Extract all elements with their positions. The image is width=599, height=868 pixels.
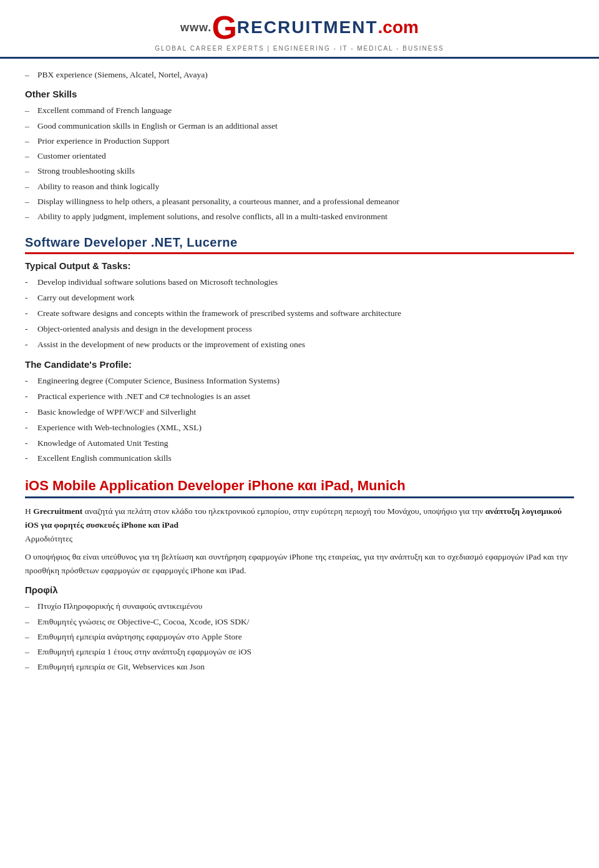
list-item: Practical experience with .NET and C# te… <box>25 389 574 405</box>
list-item: Strong troubleshooting skills <box>25 164 574 179</box>
profil-heading: Προφίλ <box>25 584 574 595</box>
list-item: Επιθυμητή εμπειρία ανάρτησης εφαρμογών σ… <box>25 629 574 644</box>
list-item: Display willingness to help others, a pl… <box>25 194 574 209</box>
list-item: Good communication skills in English or … <box>25 119 574 134</box>
list-item: Prior experience in Production Support <box>25 134 574 149</box>
profile-heading: The Candidate's Profile: <box>25 359 574 370</box>
list-item: PBX experience (Siemens, Alcatel, Nortel… <box>25 67 574 82</box>
ios-para2: Ο υποψήφιος θα είναι υπεύθυνος για τη βε… <box>25 550 574 577</box>
list-item: Knowledge of Automated Unit Testing <box>25 436 574 451</box>
logo-g: G <box>212 11 236 44</box>
tasks-list: Develop individual software solutions ba… <box>25 275 574 353</box>
list-item: Excellent command of French language <box>25 103 574 118</box>
ios-intro-post: αναζητά για πελάτη στον κλάδο του ηλεκτρ… <box>82 506 485 516</box>
list-item: Excellent English communication skills <box>25 451 574 466</box>
profil-list: Πτυχίο Πληροφορικής ή συναφούς αντικειμέ… <box>25 599 574 674</box>
list-item: Επιθυμητή εμπειρία σε Git, Webservices κ… <box>25 659 574 674</box>
ios-intro-paragraph: Η Grecruitment αναζητά για πελάτη στον κ… <box>25 505 574 545</box>
list-item: Carry out development work <box>25 290 574 306</box>
list-item: Develop individual software solutions ba… <box>25 275 574 290</box>
ios-intro-post2: Αρμοδιότητες <box>25 534 72 543</box>
list-item: Basic knowledge of WPF/WCF and Silverlig… <box>25 405 574 420</box>
main-content: PBX experience (Siemens, Alcatel, Nortel… <box>0 67 599 700</box>
page-header: www. G RECRUITMENT .com GLOBAL CAREER EX… <box>0 0 599 59</box>
ios-intro-pre: Η <box>25 506 33 516</box>
list-item: Create software designs and concepts wit… <box>25 306 574 322</box>
ios-intro-bold: Grecruitment <box>33 506 82 516</box>
logo-container: www. G RECRUITMENT .com <box>0 11 599 44</box>
list-item: Επιθυμητή εμπειρία 1 έτους στην ανάπτυξη… <box>25 644 574 659</box>
ios-heading: iOS Mobile Application Developer iPhone … <box>25 478 574 498</box>
software-developer-heading: Software Developer .NET, Lucerne <box>25 235 574 254</box>
other-skills-list: Excellent command of French languageGood… <box>25 103 574 224</box>
pbx-list: PBX experience (Siemens, Alcatel, Nortel… <box>25 67 574 82</box>
profile-list: Engineering degree (Computer Science, Bu… <box>25 373 574 467</box>
logo-com: .com <box>378 17 419 37</box>
logo-tagline: GLOBAL CAREER EXPERTS | ENGINEERING - IT… <box>0 45 599 52</box>
list-item: Customer orientated <box>25 149 574 164</box>
logo-www: www. <box>180 21 212 34</box>
list-item: Assist in the development of new product… <box>25 337 574 353</box>
list-item: Engineering degree (Computer Science, Bu… <box>25 373 574 389</box>
list-item: Experience with Web-technologies (XML, X… <box>25 420 574 436</box>
other-skills-heading: Other Skills <box>25 89 574 99</box>
list-item: Επιθυμητές γνώσεις σε Objective-C, Cocoa… <box>25 614 574 629</box>
list-item: Ability to apply judgment, implement sol… <box>25 209 574 224</box>
logo-recruitment: RECRUITMENT <box>237 17 378 37</box>
list-item: Ability to reason and think logically <box>25 179 574 194</box>
list-item: Object-oriented analysis and design in t… <box>25 322 574 337</box>
tasks-heading: Typical Output & Tasks: <box>25 260 574 271</box>
list-item: Πτυχίο Πληροφορικής ή συναφούς αντικειμέ… <box>25 599 574 614</box>
